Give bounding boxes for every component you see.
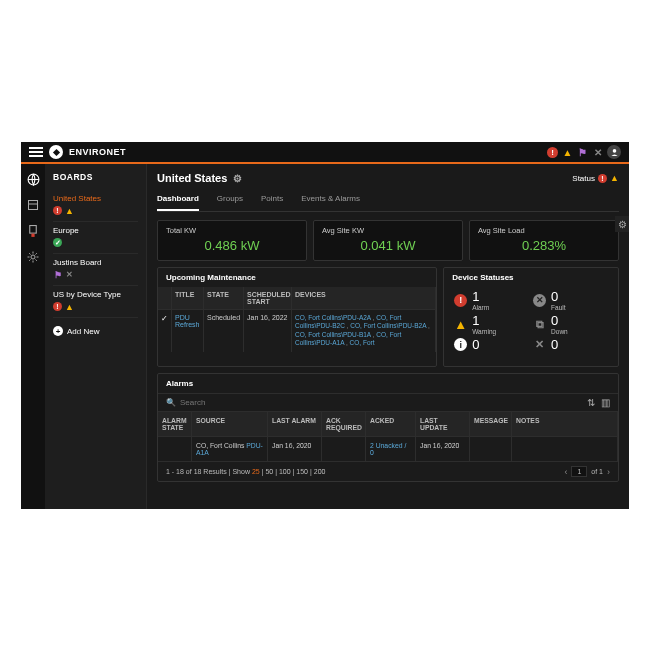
status-count: 0 [551,313,568,328]
svg-line-15 [29,260,30,261]
status-count: 1 [472,313,496,328]
pager-prev-icon[interactable]: ‹ [564,467,567,477]
kpi-avg-site-kw: Avg Site KW 0.041 kW [313,220,463,261]
sidebar-item-justins-board[interactable]: Justins Board ⚑ ✕ [53,254,138,286]
col-last-update: LAST UPDATE [416,412,470,436]
sidebar-item-label: Europe [53,226,138,235]
kpi-label: Avg Site Load [478,226,610,235]
tab-points[interactable]: Points [261,190,283,211]
kpi-total-kw: Total KW 0.486 kW [157,220,307,261]
add-board-button[interactable]: + Add New [53,326,138,336]
page-size-100[interactable]: 100 [279,468,291,475]
wrench-icon: ✕ [533,338,546,351]
sidebar-item-united-states[interactable]: United States ! ▲ [53,190,138,222]
columns-icon[interactable]: ▥ [601,397,610,408]
status-fault[interactable]: ✕ 0Fault [533,289,608,311]
row-checkbox-icon[interactable]: ✓ [158,310,172,352]
topbar: ENVIRONET ! ▲ ⚑ ✕ [21,142,629,164]
rail-item-2-icon[interactable] [26,198,40,212]
panel-title: Device Statuses [444,268,618,287]
fault-icon: ✕ [533,294,546,307]
col-ack-required: ACK REQUIRED [322,412,366,436]
kpi-value: 0.486 kW [166,238,298,253]
page-size-150[interactable]: 150 [296,468,308,475]
col-notes: NOTES [512,412,618,436]
tab-groups[interactable]: Groups [217,190,243,211]
cell-ack-required [322,437,366,461]
search-icon[interactable]: 🔍 [166,398,176,407]
wrench-icon: ✕ [65,270,74,279]
sidebar-item-label: Justins Board [53,258,138,267]
page-size-200[interactable]: 200 [314,468,326,475]
rail-boards-icon[interactable] [26,172,40,186]
flag-icon[interactable]: ⚑ [577,147,588,158]
user-avatar-icon[interactable] [607,145,621,159]
cell-last-alarm: Jan 16, 2020 [268,437,322,461]
page-title: United States ⚙ [157,172,242,184]
main-tabs: Dashboard Groups Points Events & Alarms [157,190,619,212]
sidebar-item-label: US by Device Type [53,290,138,299]
upcoming-table-row[interactable]: ✓ PDU Refresh Scheduled Jan 16, 2022 CO,… [158,309,436,352]
results-summary: 1 - 18 of 18 Results | Show 25 | 50 | 10… [166,468,325,475]
page-size-50[interactable]: 50 [265,468,273,475]
status-label: Alarm [472,304,489,311]
alarm-icon: ! [454,294,467,307]
plus-icon: + [53,326,63,336]
col-message: MESSAGE [470,412,512,436]
device-statuses-panel: Device Statuses ! 1Alarm ✕ 0Fault ▲ 1War [443,267,619,367]
svg-rect-6 [31,233,34,236]
col-devices: DEVICES [292,287,436,309]
sidebar-title: BOARDS [53,172,138,182]
page-settings-icon[interactable]: ⚙ [233,173,242,184]
warning-icon: ▲ [65,206,74,215]
sidebar-item-europe[interactable]: Europe ✓ [53,222,138,254]
rail-settings-icon[interactable] [26,250,40,264]
status-indicator: Status ! ▲ [572,174,619,183]
warning-icon: ▲ [65,302,74,311]
alarms-footer: 1 - 18 of 18 Results | Show 25 | 50 | 10… [158,461,618,481]
tab-events-alarms[interactable]: Events & Alarms [301,190,360,211]
status-label: Down [551,328,568,335]
cell-acked[interactable]: 2 Unacked / 0 [366,437,416,461]
status-down[interactable]: ⧉ 0Down [533,313,608,335]
kpi-avg-site-load: Avg Site Load 0.283% [469,220,619,261]
kpi-value: 0.283% [478,238,610,253]
col-title: TITLE [172,287,204,309]
status-info[interactable]: i 0 [454,337,529,352]
pager-next-icon[interactable]: › [607,467,610,477]
hamburger-menu-icon[interactable] [29,147,43,157]
boards-sidebar: BOARDS United States ! ▲ Europe ✓ Justin… [45,164,147,509]
alarms-search-input[interactable] [180,398,240,407]
status-count: 1 [472,289,489,304]
svg-rect-5 [30,225,37,233]
flag-icon: ⚑ [53,270,62,279]
status-alarm[interactable]: ! 1Alarm [454,289,529,311]
alert-icon: ! [53,206,62,215]
warning-icon: ▲ [454,318,467,331]
kpi-value: 0.041 kW [322,238,454,253]
status-label: Status [572,174,595,183]
status-label: Fault [551,304,565,311]
filter-icon[interactable]: ⇅ [587,397,595,408]
tools-icon[interactable]: ✕ [592,147,603,158]
svg-rect-3 [29,201,38,210]
col-scheduled: SCHEDULED START [244,287,292,309]
alert-icon[interactable]: ! [547,147,558,158]
col-last-alarm: LAST ALARM [268,412,322,436]
page-size-25[interactable]: 25 [252,468,260,475]
status-count: 0 [472,337,479,352]
status-maintenance[interactable]: ✕ 0 [533,337,608,352]
col-check [158,287,172,309]
row-title[interactable]: PDU Refresh [172,310,204,352]
cell-last-update: Jan 16, 2020 [416,437,470,461]
cell-message [470,437,512,461]
pager-current[interactable]: 1 [571,466,587,477]
sidebar-item-us-by-device-type[interactable]: US by Device Type ! ▲ [53,286,138,318]
tab-dashboard[interactable]: Dashboard [157,190,199,211]
rail-item-3-icon[interactable] [26,224,40,238]
panel-settings-icon[interactable]: ⚙ [615,216,629,232]
status-warning[interactable]: ▲ 1Warning [454,313,529,335]
alarms-table-row[interactable]: CO, Fort Collins PDU-A1A Jan 16, 2020 2 … [158,436,618,461]
warning-icon[interactable]: ▲ [562,147,573,158]
row-state: Scheduled [204,310,244,352]
